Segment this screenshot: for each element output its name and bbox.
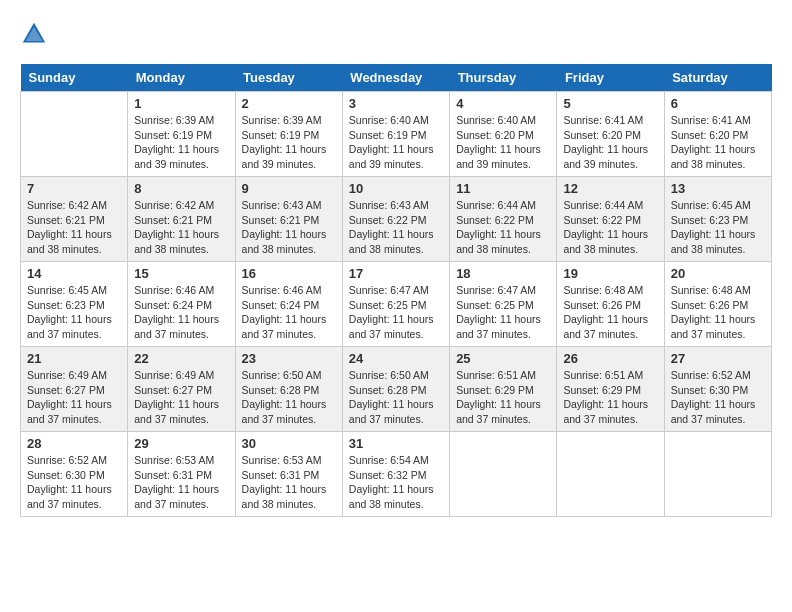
calendar-cell: 8Sunrise: 6:42 AM Sunset: 6:21 PM Daylig… (128, 177, 235, 262)
day-number: 16 (242, 266, 336, 281)
day-info: Sunrise: 6:46 AM Sunset: 6:24 PM Dayligh… (242, 283, 336, 342)
day-info: Sunrise: 6:54 AM Sunset: 6:32 PM Dayligh… (349, 453, 443, 512)
calendar-week-row: 28Sunrise: 6:52 AM Sunset: 6:30 PM Dayli… (21, 432, 772, 517)
day-header-friday: Friday (557, 64, 664, 92)
calendar-cell: 7Sunrise: 6:42 AM Sunset: 6:21 PM Daylig… (21, 177, 128, 262)
calendar-cell (21, 92, 128, 177)
calendar-week-row: 1Sunrise: 6:39 AM Sunset: 6:19 PM Daylig… (21, 92, 772, 177)
calendar-cell: 19Sunrise: 6:48 AM Sunset: 6:26 PM Dayli… (557, 262, 664, 347)
calendar-cell: 4Sunrise: 6:40 AM Sunset: 6:20 PM Daylig… (450, 92, 557, 177)
calendar-cell: 12Sunrise: 6:44 AM Sunset: 6:22 PM Dayli… (557, 177, 664, 262)
day-header-tuesday: Tuesday (235, 64, 342, 92)
day-number: 2 (242, 96, 336, 111)
calendar-cell: 5Sunrise: 6:41 AM Sunset: 6:20 PM Daylig… (557, 92, 664, 177)
calendar-cell: 3Sunrise: 6:40 AM Sunset: 6:19 PM Daylig… (342, 92, 449, 177)
day-number: 8 (134, 181, 228, 196)
day-number: 30 (242, 436, 336, 451)
calendar-cell: 11Sunrise: 6:44 AM Sunset: 6:22 PM Dayli… (450, 177, 557, 262)
day-info: Sunrise: 6:47 AM Sunset: 6:25 PM Dayligh… (349, 283, 443, 342)
day-info: Sunrise: 6:40 AM Sunset: 6:20 PM Dayligh… (456, 113, 550, 172)
day-info: Sunrise: 6:44 AM Sunset: 6:22 PM Dayligh… (563, 198, 657, 257)
calendar-cell: 14Sunrise: 6:45 AM Sunset: 6:23 PM Dayli… (21, 262, 128, 347)
calendar-cell: 21Sunrise: 6:49 AM Sunset: 6:27 PM Dayli… (21, 347, 128, 432)
logo (20, 20, 52, 48)
day-number: 28 (27, 436, 121, 451)
day-info: Sunrise: 6:45 AM Sunset: 6:23 PM Dayligh… (27, 283, 121, 342)
calendar-cell: 9Sunrise: 6:43 AM Sunset: 6:21 PM Daylig… (235, 177, 342, 262)
day-info: Sunrise: 6:53 AM Sunset: 6:31 PM Dayligh… (242, 453, 336, 512)
day-info: Sunrise: 6:40 AM Sunset: 6:19 PM Dayligh… (349, 113, 443, 172)
day-header-sunday: Sunday (21, 64, 128, 92)
calendar-cell: 17Sunrise: 6:47 AM Sunset: 6:25 PM Dayli… (342, 262, 449, 347)
calendar-week-row: 7Sunrise: 6:42 AM Sunset: 6:21 PM Daylig… (21, 177, 772, 262)
day-number: 6 (671, 96, 765, 111)
calendar-cell: 18Sunrise: 6:47 AM Sunset: 6:25 PM Dayli… (450, 262, 557, 347)
day-info: Sunrise: 6:51 AM Sunset: 6:29 PM Dayligh… (456, 368, 550, 427)
day-number: 19 (563, 266, 657, 281)
day-number: 26 (563, 351, 657, 366)
day-info: Sunrise: 6:43 AM Sunset: 6:21 PM Dayligh… (242, 198, 336, 257)
day-number: 1 (134, 96, 228, 111)
day-info: Sunrise: 6:47 AM Sunset: 6:25 PM Dayligh… (456, 283, 550, 342)
calendar-cell: 30Sunrise: 6:53 AM Sunset: 6:31 PM Dayli… (235, 432, 342, 517)
day-number: 12 (563, 181, 657, 196)
day-number: 10 (349, 181, 443, 196)
calendar-cell: 16Sunrise: 6:46 AM Sunset: 6:24 PM Dayli… (235, 262, 342, 347)
day-number: 17 (349, 266, 443, 281)
calendar-cell: 10Sunrise: 6:43 AM Sunset: 6:22 PM Dayli… (342, 177, 449, 262)
day-info: Sunrise: 6:51 AM Sunset: 6:29 PM Dayligh… (563, 368, 657, 427)
day-info: Sunrise: 6:41 AM Sunset: 6:20 PM Dayligh… (671, 113, 765, 172)
day-number: 20 (671, 266, 765, 281)
day-header-monday: Monday (128, 64, 235, 92)
header (20, 20, 772, 48)
calendar-cell: 2Sunrise: 6:39 AM Sunset: 6:19 PM Daylig… (235, 92, 342, 177)
day-info: Sunrise: 6:50 AM Sunset: 6:28 PM Dayligh… (349, 368, 443, 427)
calendar-week-row: 14Sunrise: 6:45 AM Sunset: 6:23 PM Dayli… (21, 262, 772, 347)
day-number: 4 (456, 96, 550, 111)
calendar-cell: 25Sunrise: 6:51 AM Sunset: 6:29 PM Dayli… (450, 347, 557, 432)
calendar: SundayMondayTuesdayWednesdayThursdayFrid… (20, 64, 772, 517)
calendar-cell: 31Sunrise: 6:54 AM Sunset: 6:32 PM Dayli… (342, 432, 449, 517)
day-info: Sunrise: 6:46 AM Sunset: 6:24 PM Dayligh… (134, 283, 228, 342)
calendar-cell: 1Sunrise: 6:39 AM Sunset: 6:19 PM Daylig… (128, 92, 235, 177)
calendar-cell: 26Sunrise: 6:51 AM Sunset: 6:29 PM Dayli… (557, 347, 664, 432)
day-info: Sunrise: 6:49 AM Sunset: 6:27 PM Dayligh… (134, 368, 228, 427)
calendar-cell: 24Sunrise: 6:50 AM Sunset: 6:28 PM Dayli… (342, 347, 449, 432)
day-number: 21 (27, 351, 121, 366)
calendar-cell: 27Sunrise: 6:52 AM Sunset: 6:30 PM Dayli… (664, 347, 771, 432)
calendar-cell: 6Sunrise: 6:41 AM Sunset: 6:20 PM Daylig… (664, 92, 771, 177)
day-info: Sunrise: 6:52 AM Sunset: 6:30 PM Dayligh… (27, 453, 121, 512)
day-info: Sunrise: 6:42 AM Sunset: 6:21 PM Dayligh… (27, 198, 121, 257)
day-info: Sunrise: 6:49 AM Sunset: 6:27 PM Dayligh… (27, 368, 121, 427)
calendar-header-row: SundayMondayTuesdayWednesdayThursdayFrid… (21, 64, 772, 92)
day-number: 29 (134, 436, 228, 451)
calendar-cell: 28Sunrise: 6:52 AM Sunset: 6:30 PM Dayli… (21, 432, 128, 517)
day-number: 13 (671, 181, 765, 196)
calendar-cell: 13Sunrise: 6:45 AM Sunset: 6:23 PM Dayli… (664, 177, 771, 262)
day-number: 25 (456, 351, 550, 366)
day-number: 3 (349, 96, 443, 111)
day-header-thursday: Thursday (450, 64, 557, 92)
day-number: 31 (349, 436, 443, 451)
day-number: 24 (349, 351, 443, 366)
day-info: Sunrise: 6:41 AM Sunset: 6:20 PM Dayligh… (563, 113, 657, 172)
day-number: 7 (27, 181, 121, 196)
calendar-week-row: 21Sunrise: 6:49 AM Sunset: 6:27 PM Dayli… (21, 347, 772, 432)
day-info: Sunrise: 6:39 AM Sunset: 6:19 PM Dayligh… (242, 113, 336, 172)
calendar-cell: 23Sunrise: 6:50 AM Sunset: 6:28 PM Dayli… (235, 347, 342, 432)
day-number: 22 (134, 351, 228, 366)
day-info: Sunrise: 6:44 AM Sunset: 6:22 PM Dayligh… (456, 198, 550, 257)
day-number: 5 (563, 96, 657, 111)
day-number: 23 (242, 351, 336, 366)
day-info: Sunrise: 6:48 AM Sunset: 6:26 PM Dayligh… (671, 283, 765, 342)
day-info: Sunrise: 6:45 AM Sunset: 6:23 PM Dayligh… (671, 198, 765, 257)
day-info: Sunrise: 6:53 AM Sunset: 6:31 PM Dayligh… (134, 453, 228, 512)
logo-icon (20, 20, 48, 48)
day-number: 15 (134, 266, 228, 281)
calendar-cell (450, 432, 557, 517)
day-info: Sunrise: 6:52 AM Sunset: 6:30 PM Dayligh… (671, 368, 765, 427)
day-number: 11 (456, 181, 550, 196)
day-header-wednesday: Wednesday (342, 64, 449, 92)
day-info: Sunrise: 6:50 AM Sunset: 6:28 PM Dayligh… (242, 368, 336, 427)
day-number: 14 (27, 266, 121, 281)
